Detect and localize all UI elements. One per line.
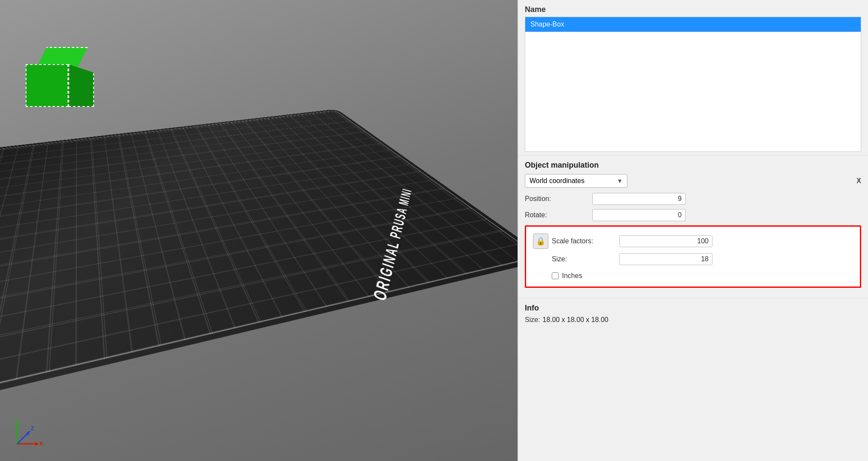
size-x-input[interactable] <box>619 253 712 265</box>
name-empty-area <box>525 32 861 152</box>
rotate-x-input[interactable] <box>592 209 686 221</box>
size-row: Size: <box>533 253 853 265</box>
scale-factors-label: Scale factors: <box>552 237 616 245</box>
coordinates-row: World coordinates ▼ X <box>525 174 861 188</box>
shape-box-object[interactable] <box>26 47 94 115</box>
info-size-value: 18.00 x 18.00 x 18.00 <box>543 316 609 324</box>
position-label: Position: <box>525 195 589 203</box>
rotate-label: Rotate: <box>525 211 589 219</box>
axes-indicator: X Y Z <box>9 418 43 452</box>
name-section-title: Name <box>525 5 861 14</box>
size-label: Size: <box>552 255 616 263</box>
inches-label[interactable]: Inches <box>562 272 582 280</box>
cube-front-face <box>26 64 68 107</box>
world-coordinates-dropdown[interactable]: World coordinates ▼ <box>525 174 627 188</box>
3d-viewport[interactable]: ORIGINAL PRUSA MINI X Y Z <box>0 0 518 461</box>
dropdown-arrow-icon: ▼ <box>617 177 623 184</box>
svg-marker-5 <box>26 431 30 436</box>
svg-text:X: X <box>39 441 43 447</box>
scale-factors-row: 🔒 Scale factors: <box>533 233 853 249</box>
svg-marker-3 <box>15 423 19 426</box>
svg-marker-1 <box>35 442 38 446</box>
world-coordinates-label: World coordinates <box>530 177 585 185</box>
info-size-label: Size: <box>525 316 540 324</box>
svg-text:Y: Y <box>15 418 18 423</box>
object-manipulation-title: Object manipulation <box>525 161 861 170</box>
info-section: Info Size: 18.00 x 18.00 x 18.00 <box>518 298 868 331</box>
lock-icon[interactable]: 🔒 <box>533 233 548 249</box>
info-title: Info <box>525 304 861 313</box>
scale-section: 🔒 Scale factors: Size: Inches <box>525 225 861 288</box>
inches-checkbox[interactable] <box>552 272 559 279</box>
object-manipulation-section: Object manipulation World coordinates ▼ … <box>518 155 868 296</box>
position-row: Position: <box>525 193 861 205</box>
right-panel: Name Shape-Box Object manipulation World… <box>518 0 868 461</box>
svg-text:Z: Z <box>31 426 34 431</box>
object-name-list: Shape-Box <box>525 17 861 32</box>
cube-right-face <box>68 64 94 107</box>
bed-label: ORIGINAL PRUSA MINI <box>370 187 415 304</box>
x-axis-header: X <box>856 177 861 185</box>
scale-x-input[interactable] <box>619 235 712 247</box>
info-size-row: Size: 18.00 x 18.00 x 18.00 <box>525 316 861 324</box>
rotate-row: Rotate: <box>525 209 861 221</box>
inches-row: Inches <box>533 272 853 280</box>
name-item-shape-box[interactable]: Shape-Box <box>525 17 861 32</box>
name-section: Name Shape-Box <box>518 0 868 155</box>
position-x-input[interactable] <box>592 193 686 205</box>
